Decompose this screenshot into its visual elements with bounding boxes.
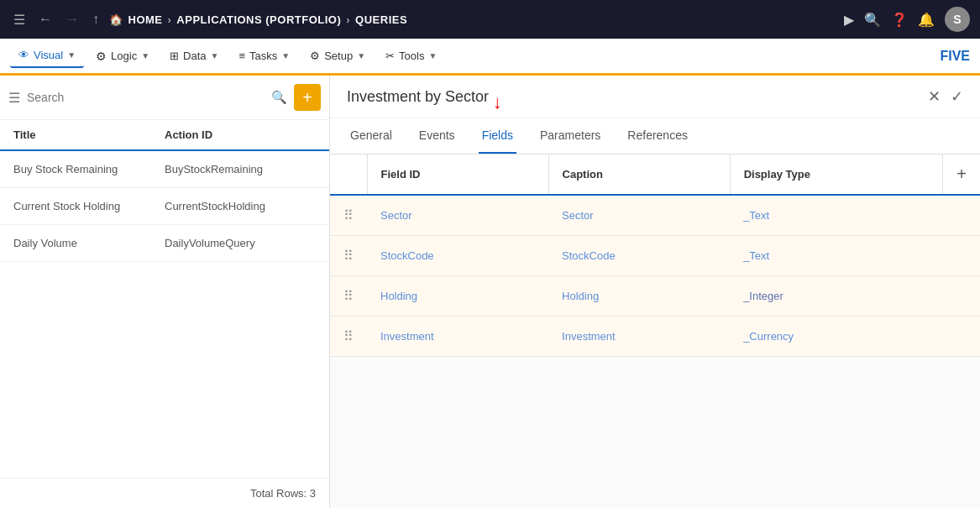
avatar[interactable]: S (945, 7, 970, 32)
tabs: General Events Fields ↓ Parameters Refer… (330, 118, 980, 154)
data-chevron: ▼ (211, 51, 219, 60)
row-action-2: DailyVolumeQuery (165, 237, 316, 249)
menu-bar: 👁 Visual ▼ ⚙ Logic ▼ ⊞ Data ▼ ≡ Tasks ▼ … (0, 39, 980, 76)
breadcrumb-applications[interactable]: APPLICATIONS (PORTFOLIO) (176, 13, 341, 26)
col-field-id: Field ID (367, 154, 548, 195)
menu-tools[interactable]: ✂ Tools ▼ (377, 45, 445, 67)
nav-right: ▶ 🔍 ❓ 🔔 S (844, 7, 970, 32)
list-header: Title Action ID (0, 120, 329, 151)
logic-icon: ⚙ (96, 50, 107, 63)
row-title-2: Daily Volume (13, 237, 165, 249)
add-field-button[interactable]: + (956, 165, 967, 184)
top-nav: ☰ ← → ↑ 🏠 HOME › APPLICATIONS (PORTFOLIO… (0, 0, 980, 39)
menu-tools-label: Tools (399, 50, 424, 62)
tab-parameters[interactable]: Parameters (537, 118, 604, 154)
confirm-button[interactable]: ✓ (951, 87, 963, 106)
bell-icon[interactable]: 🔔 (918, 12, 935, 28)
menu-tasks-label: Tasks (249, 50, 277, 62)
field-id-2: Holding (367, 276, 548, 317)
back-icon[interactable]: ← (35, 8, 55, 30)
tab-references[interactable]: References (624, 118, 691, 154)
search-nav-icon[interactable]: 🔍 (864, 12, 881, 28)
breadcrumb-home[interactable]: HOME (128, 13, 163, 26)
field-id-3: Investment (367, 317, 548, 357)
field-id-0: Sector (367, 195, 548, 236)
menu-setup-label: Setup (324, 50, 353, 62)
tab-general[interactable]: General (347, 118, 396, 154)
menu-data[interactable]: ⊞ Data ▼ (161, 45, 227, 67)
data-icon: ⊞ (170, 50, 179, 62)
list-footer: Total Rows: 3 (0, 478, 329, 508)
logic-chevron: ▼ (141, 51, 149, 60)
search-input[interactable] (27, 91, 265, 104)
menu-setup[interactable]: ⚙ Setup ▼ (301, 45, 374, 67)
fields-table: Field ID Caption Display Type + ⠿ Sector… (330, 154, 980, 357)
col-drag (330, 154, 367, 195)
caption-3: Investment (548, 317, 730, 357)
left-panel: ☰ 🔍 + Title Action ID Buy Stock Remainin… (0, 76, 330, 508)
drag-handle-3[interactable]: ⠿ (343, 329, 354, 343)
panel-header: Investment by Sector ✕ ✓ (330, 76, 980, 118)
display-type-0: _Text (730, 195, 943, 236)
col-caption: Caption (548, 154, 730, 195)
search-bar: ☰ 🔍 + (0, 76, 329, 120)
tasks-icon: ≡ (238, 50, 245, 62)
caption-0: Sector (548, 195, 730, 236)
tab-fields[interactable]: Fields ↓ (479, 118, 516, 154)
row-action-0: BuyStockRemaining (165, 163, 316, 175)
list-item[interactable]: Buy Stock Remaining BuyStockRemaining (0, 151, 329, 188)
home-icon: 🏠 (109, 13, 123, 26)
add-button[interactable]: + (294, 84, 321, 111)
caption-2: Holding (548, 276, 730, 317)
breadcrumb-queries[interactable]: QUERIES (355, 13, 407, 26)
menu-data-label: Data (183, 50, 206, 62)
close-button[interactable]: ✕ (928, 87, 941, 106)
panel-actions: ✕ ✓ (928, 87, 963, 106)
table-row[interactable]: ⠿ Investment Investment _Currency (330, 317, 980, 357)
list-item[interactable]: Daily Volume DailyVolumeQuery (0, 225, 329, 262)
setup-icon: ⚙ (310, 50, 320, 62)
list-items: Buy Stock Remaining BuyStockRemaining Cu… (0, 151, 329, 478)
col-action-header: Action ID (165, 128, 316, 141)
tools-chevron: ▼ (428, 51, 437, 60)
caption-1: StockCode (548, 236, 730, 276)
menu-logic-label: Logic (111, 50, 137, 62)
field-id-1: StockCode (367, 236, 548, 276)
fields-table-header: Field ID Caption Display Type + (330, 154, 980, 195)
five-text: FIVE (940, 49, 970, 64)
display-type-1: _Text (730, 236, 943, 276)
drag-handle-1[interactable]: ⠿ (343, 249, 354, 263)
menu-logic[interactable]: ⚙ Logic ▼ (87, 45, 158, 68)
list-item[interactable]: Current Stock Holding CurrentStockHoldin… (0, 188, 329, 225)
menu-visual[interactable]: 👁 Visual ▼ (10, 44, 84, 68)
add-field-col: + (943, 154, 980, 195)
menu-tasks[interactable]: ≡ Tasks ▼ (230, 45, 298, 67)
up-icon[interactable]: ↑ (89, 8, 102, 30)
forward-icon: → (62, 8, 82, 30)
row-title-0: Buy Stock Remaining (13, 163, 165, 175)
help-icon[interactable]: ❓ (891, 12, 908, 28)
table-row[interactable]: ⠿ StockCode StockCode _Text (330, 236, 980, 276)
drag-handle-0[interactable]: ⠿ (343, 208, 354, 223)
tab-events[interactable]: Events (416, 118, 459, 154)
display-type-3: _Currency (730, 317, 943, 357)
annotation-arrow: ↓ (493, 92, 502, 113)
display-type-2: _Integer (730, 276, 943, 317)
menu-visual-label: Visual (34, 49, 63, 61)
breadcrumb: 🏠 HOME › APPLICATIONS (PORTFOLIO) › QUER… (109, 13, 407, 26)
play-icon[interactable]: ▶ (844, 12, 854, 28)
table-row[interactable]: ⠿ Holding Holding _Integer (330, 276, 980, 317)
right-panel: Investment by Sector ✕ ✓ General Events … (330, 76, 980, 508)
tools-icon: ✂ (385, 50, 395, 62)
fields-area: Field ID Caption Display Type + ⠿ Sector… (330, 154, 980, 508)
setup-chevron: ▼ (357, 51, 365, 60)
hamburger-icon[interactable]: ☰ (10, 8, 29, 31)
five-logo: FIVE (940, 49, 970, 64)
visual-chevron: ▼ (67, 50, 76, 60)
table-row[interactable]: ⠿ Sector Sector _Text (330, 195, 980, 236)
visual-icon: 👁 (18, 49, 29, 61)
drag-handle-2[interactable]: ⠿ (343, 289, 354, 303)
search-icon[interactable]: 🔍 (271, 90, 287, 105)
filter-icon[interactable]: ☰ (8, 90, 20, 106)
col-display-type: Display Type (730, 154, 943, 195)
